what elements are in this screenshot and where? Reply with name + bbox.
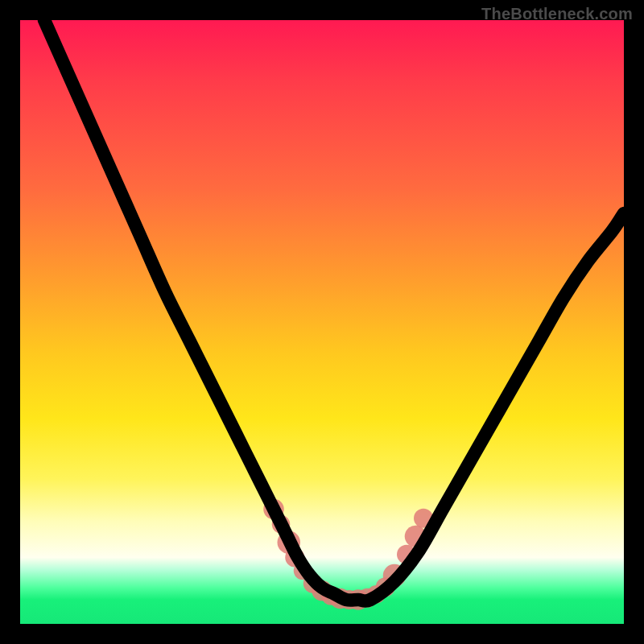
bottleneck-curve	[44, 20, 624, 601]
curve-svg	[20, 20, 624, 624]
plot-area	[20, 20, 624, 624]
watermark-text: TheBottleneck.com	[481, 5, 633, 23]
chart-frame: TheBottleneck.com	[0, 0, 644, 644]
